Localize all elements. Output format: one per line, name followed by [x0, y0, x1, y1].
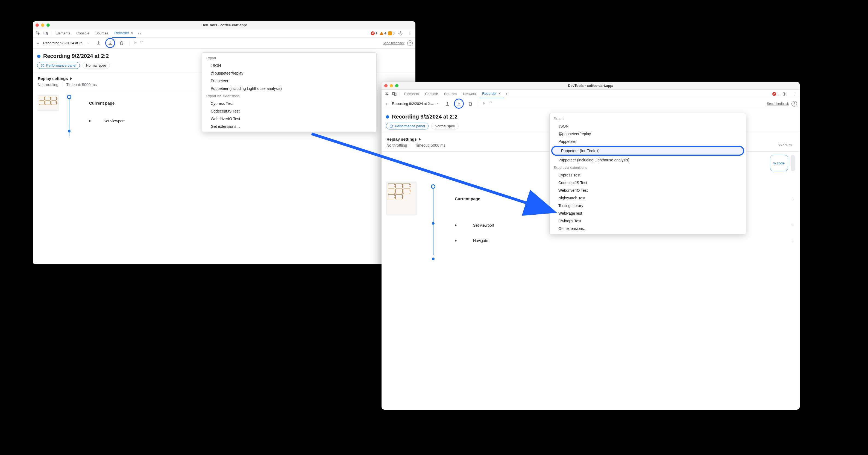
export-puppeteer-replay[interactable]: @puppeteer/replay — [550, 130, 746, 138]
export-json[interactable]: JSON — [550, 122, 746, 130]
tab-elements[interactable]: Elements — [401, 90, 422, 98]
errors-count[interactable]: ✕ 1 — [772, 92, 779, 96]
step-over-icon[interactable] — [140, 40, 144, 46]
export-puppeteer-lighthouse[interactable]: Puppeteer (including Lighthouse analysis… — [550, 156, 746, 164]
export-codeceptjs[interactable]: CodeceptJS Test — [202, 107, 376, 115]
kebab-menu-icon[interactable]: ⋮ — [790, 90, 798, 98]
window-title: DevTools - coffee-cart.app/ — [33, 23, 415, 27]
export-button-highlight — [454, 99, 464, 109]
export-puppeteer[interactable]: Puppeteer — [202, 77, 376, 85]
timeline-dot-small — [432, 258, 435, 260]
close-tab-icon[interactable]: ✕ — [131, 31, 133, 35]
export-header: Export — [202, 54, 376, 62]
step-kebab-icon[interactable]: ⋮ — [791, 239, 795, 243]
chevron-right-icon — [455, 224, 457, 227]
timeout-value: Timeout: 5000 ms — [62, 83, 97, 87]
tabstrip: Elements Console Sources Recorder ✕ ✕ 1 … — [33, 29, 415, 38]
tab-recorder[interactable]: Recorder ✕ — [112, 29, 136, 38]
device-toolbar-icon[interactable] — [42, 30, 49, 37]
export-button-highlight — [105, 38, 115, 48]
close-window-icon[interactable] — [384, 84, 388, 87]
export-puppeteer[interactable]: Puppeteer — [550, 138, 746, 145]
export-puppeteer-replay[interactable]: @puppeteer/replay — [202, 69, 376, 77]
warnings-count[interactable]: 4 — [380, 31, 386, 35]
settings-icon[interactable] — [781, 90, 788, 98]
minimize-window-icon[interactable] — [41, 24, 44, 27]
help-icon[interactable]: ? — [792, 101, 797, 106]
separator — [400, 92, 400, 96]
tab-elements[interactable]: Elements — [53, 29, 73, 38]
svg-line-11 — [312, 134, 549, 210]
delete-icon[interactable] — [467, 100, 474, 108]
step-kebab-icon[interactable]: ⋮ — [791, 197, 795, 201]
tab-recorder-label: Recorder — [482, 92, 497, 96]
tab-network[interactable]: Network — [461, 90, 479, 98]
inspect-element-icon[interactable] — [34, 30, 41, 37]
export-webdriverio[interactable]: WebdriverIO Test — [550, 187, 746, 194]
tab-recorder[interactable]: Recorder ✕ — [479, 90, 503, 98]
errors-count[interactable]: ✕ 1 — [371, 31, 377, 35]
minimize-window-icon[interactable] — [390, 84, 393, 87]
step-kebab-icon[interactable]: ⋮ — [791, 223, 795, 228]
play-icon[interactable] — [133, 40, 138, 45]
tab-recorder-label: Recorder — [115, 31, 129, 35]
more-tabs-icon[interactable] — [136, 30, 144, 37]
export-testing-library[interactable]: Testing Library — [550, 202, 746, 209]
new-recording-button[interactable]: ＋ — [384, 100, 389, 107]
export-owloops[interactable]: Owloops Test — [550, 217, 746, 225]
export-icon[interactable] — [456, 100, 462, 106]
device-toolbar-icon[interactable] — [391, 90, 398, 98]
show-code-button[interactable]: w code — [770, 155, 788, 171]
info-count[interactable]: i 3 — [388, 31, 395, 35]
export-cypress[interactable]: Cypress Test — [202, 100, 376, 107]
svg-point-3 — [400, 32, 401, 34]
export-puppeteer-lighthouse[interactable]: Puppeteer (including Lighthouse analysis… — [202, 85, 376, 92]
play-icon[interactable] — [482, 101, 487, 106]
export-json[interactable]: JSON — [202, 62, 376, 69]
tab-console[interactable]: Console — [73, 29, 92, 38]
more-tabs-icon[interactable] — [504, 90, 512, 98]
send-feedback-link[interactable]: Send feedback — [383, 41, 404, 45]
get-extensions[interactable]: Get extensions… — [550, 225, 746, 232]
import-icon[interactable] — [443, 100, 451, 108]
new-recording-button[interactable]: ＋ — [35, 40, 40, 46]
delete-icon[interactable] — [118, 39, 125, 47]
export-icon[interactable] — [107, 40, 113, 46]
export-nightwatch[interactable]: Nightwatch Test — [550, 194, 746, 202]
page-thumbnail — [38, 95, 59, 110]
settings-icon[interactable] — [397, 30, 404, 37]
chevron-down-icon — [436, 102, 439, 105]
help-icon[interactable]: ? — [407, 40, 413, 46]
timeline-line — [69, 97, 69, 136]
svg-rect-7 — [395, 93, 396, 95]
recording-indicator-icon — [386, 115, 389, 119]
step-over-icon[interactable] — [488, 101, 493, 106]
export-webpagetest[interactable]: WebPageTest — [550, 209, 746, 217]
send-feedback-link[interactable]: Send feedback — [767, 102, 789, 106]
tab-sources[interactable]: Sources — [441, 90, 460, 98]
play-controls — [133, 40, 144, 46]
close-window-icon[interactable] — [35, 24, 39, 27]
svg-point-8 — [784, 93, 785, 95]
titlebar: DevTools - coffee-cart.app/ — [33, 21, 415, 29]
recording-select[interactable]: Recording 9/2/2024 at 2:… — [392, 102, 441, 106]
export-codeceptjs[interactable]: CodeceptJS Test — [550, 179, 746, 187]
chevron-right-icon — [455, 239, 457, 242]
recording-select[interactable]: Recording 9/2/2024 at 2:… — [43, 41, 92, 45]
tab-sources[interactable]: Sources — [93, 29, 111, 38]
speed-select[interactable]: Normal spee — [83, 62, 110, 69]
scrollbar[interactable] — [791, 155, 795, 171]
step-navigate[interactable]: Navigate ⋮ — [386, 238, 795, 243]
inspect-element-icon[interactable] — [383, 90, 390, 98]
maximize-window-icon[interactable] — [395, 84, 399, 87]
tab-console[interactable]: Console — [422, 90, 441, 98]
export-cypress[interactable]: Cypress Test — [550, 171, 746, 179]
close-tab-icon[interactable]: ✕ — [498, 92, 501, 95]
import-icon[interactable] — [95, 39, 102, 47]
kebab-menu-icon[interactable]: ⋮ — [406, 30, 413, 37]
performance-panel-button[interactable]: Performance panel — [37, 62, 80, 69]
export-webdriverio[interactable]: WebdriverIO Test — [202, 115, 376, 123]
export-puppeteer-firefox[interactable]: Puppeteer (for Firefox) — [551, 146, 744, 156]
maximize-window-icon[interactable] — [46, 24, 50, 27]
timeline-dot — [67, 95, 71, 99]
